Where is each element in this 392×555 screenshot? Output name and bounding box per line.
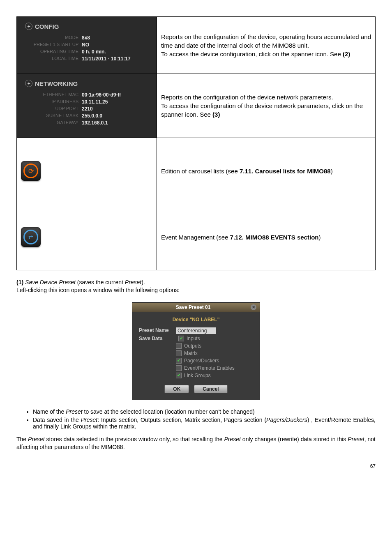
net-value: 10.11.11.25 bbox=[82, 99, 108, 105]
final-paragraph: The Preset stores data selected in the p… bbox=[16, 435, 376, 451]
checkbox-inputs[interactable] bbox=[178, 336, 184, 341]
checkbox-link-groups[interactable] bbox=[176, 373, 182, 378]
cfg-label: MODE bbox=[25, 35, 82, 41]
network-desc: Reports on the configuration of the devi… bbox=[157, 74, 376, 138]
spanner-icon[interactable]: ✦ bbox=[25, 23, 32, 30]
preset-name-input[interactable]: Conferencing bbox=[176, 327, 216, 334]
checkbox-label: Outputs bbox=[184, 343, 201, 349]
net-value: 192.168.0.1 bbox=[82, 120, 108, 126]
config-panel: ✦ CONFIG MODE8x8 PRESET 1 START UPNO OPE… bbox=[17, 17, 157, 74]
cfg-value: 8x8 bbox=[82, 35, 90, 41]
list-item: Name of the Preset to save at the select… bbox=[33, 408, 376, 415]
carousel-icon[interactable]: ⟳ bbox=[21, 161, 41, 181]
events-icon[interactable]: ⇄ bbox=[21, 227, 41, 247]
checkbox-matrix[interactable] bbox=[176, 350, 182, 356]
page-number: 67 bbox=[16, 463, 376, 469]
net-label: UDP PORT bbox=[25, 106, 82, 112]
config-title: CONFIG bbox=[35, 23, 59, 30]
feature-table: ✦ CONFIG MODE8x8 PRESET 1 START UPNO OPE… bbox=[16, 16, 376, 270]
network-title: NETWORKING bbox=[35, 80, 78, 87]
cfg-label: LOCAL TIME bbox=[25, 56, 82, 62]
cfg-label: OPERATING TIME bbox=[25, 49, 82, 55]
net-label: GATEWAY bbox=[25, 120, 82, 126]
cfg-value: NO bbox=[82, 42, 89, 48]
note-save-preset: (1) Save Device Preset (saves the curren… bbox=[16, 279, 376, 294]
device-label: Device "NO LABEL" bbox=[139, 317, 253, 322]
save-data-label: Save Data bbox=[139, 336, 176, 341]
close-icon[interactable]: ✕ bbox=[251, 304, 256, 310]
net-value: 255.0.0.0 bbox=[82, 113, 102, 119]
events-desc: Event Management (see 7.12. MIMO88 EVENT… bbox=[157, 204, 376, 270]
events-icon-cell: ⇄ bbox=[17, 204, 157, 270]
checkbox-pagers[interactable] bbox=[176, 358, 182, 364]
cancel-button[interactable]: Cancel bbox=[194, 385, 227, 393]
config-panel-cell: ✦ CONFIG MODE8x8 PRESET 1 START UPNO OPE… bbox=[17, 17, 157, 74]
network-panel: ✦ NETWORKING ETHERNET MAC00-1a-96-00-d9-… bbox=[17, 74, 157, 138]
preset-name-label: Preset Name bbox=[139, 327, 176, 334]
checkbox-label: Pagers/Duckers bbox=[184, 358, 219, 364]
cfg-value: 11/11/2011 - 10:11:17 bbox=[82, 56, 131, 62]
cfg-label: PRESET 1 START UP bbox=[25, 42, 82, 48]
carousel-icon-cell: ⟳ bbox=[17, 138, 157, 204]
checkbox-label: Link Groups bbox=[184, 373, 211, 378]
checkbox-label: Inputs bbox=[187, 336, 200, 341]
net-value: 00-1a-96-00-d9-ff bbox=[82, 92, 121, 98]
checkbox-label: Matrix bbox=[184, 350, 198, 356]
list-item: Data saved in the Preset: Inputs section… bbox=[33, 417, 376, 430]
net-label: ETHERNET MAC bbox=[25, 92, 82, 98]
checkbox-outputs[interactable] bbox=[176, 343, 182, 349]
checkbox-event-remote[interactable] bbox=[176, 365, 182, 371]
save-preset-dialog: Save Preset 01 ✕ Device "NO LABEL" Prese… bbox=[132, 302, 260, 400]
net-label: SUBNET MASK bbox=[25, 113, 82, 119]
cfg-value: 0 h. 0 min. bbox=[82, 49, 106, 55]
checkbox-label: Event/Remote Enables bbox=[184, 365, 235, 371]
bullet-list: Name of the Preset to save at the select… bbox=[16, 408, 376, 430]
net-label: IP ADDRESS bbox=[25, 99, 82, 105]
ok-button[interactable]: OK bbox=[164, 385, 189, 393]
dialog-title: Save Preset 01 bbox=[136, 304, 251, 310]
net-value: 2210 bbox=[82, 106, 93, 112]
network-panel-cell: ✦ NETWORKING ETHERNET MAC00-1a-96-00-d9-… bbox=[17, 74, 157, 138]
spanner-icon[interactable]: ✦ bbox=[25, 80, 32, 87]
config-desc: Reports on the configuration of the devi… bbox=[157, 17, 376, 74]
carousel-desc: Edition of carousel lists (see 7.11. Car… bbox=[157, 138, 376, 204]
